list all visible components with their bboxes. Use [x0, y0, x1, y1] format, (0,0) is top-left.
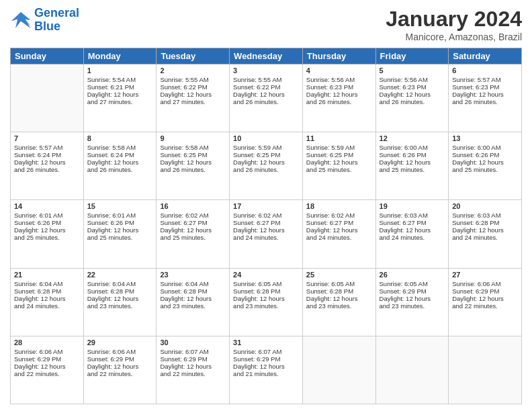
day-info-line: and 25 minutes.: [160, 234, 226, 241]
day-number: 4: [306, 66, 372, 75]
calendar-cell: 19Sunrise: 6:03 AMSunset: 6:27 PMDayligh…: [375, 200, 449, 268]
day-number: 30: [160, 338, 226, 347]
day-info-line: Sunset: 6:22 PM: [233, 83, 299, 91]
day-info-line: Sunrise: 6:01 AM: [14, 212, 80, 219]
calendar-cell: 27Sunrise: 6:06 AMSunset: 6:29 PMDayligh…: [449, 268, 522, 336]
day-header-tuesday: Tuesday: [157, 48, 230, 64]
calendar-cell: 29Sunrise: 6:06 AMSunset: 6:29 PMDayligh…: [83, 336, 157, 404]
week-row-1: 1Sunrise: 5:54 AMSunset: 6:21 PMDaylight…: [11, 64, 522, 132]
day-info-line: Daylight: 12 hours: [14, 158, 80, 166]
day-number: 22: [87, 271, 153, 279]
calendar-cell: 10Sunrise: 5:59 AMSunset: 6:25 PMDayligh…: [230, 132, 303, 200]
week-row-2: 7Sunrise: 5:57 AMSunset: 6:24 PMDaylight…: [11, 132, 522, 200]
day-info-line: and 23 minutes.: [160, 302, 226, 310]
calendar-cell: 22Sunrise: 6:04 AMSunset: 6:28 PMDayligh…: [83, 268, 157, 336]
day-info-line: Sunrise: 5:54 AM: [87, 76, 153, 83]
day-number: 31: [233, 338, 299, 347]
day-info-line: Sunrise: 6:04 AM: [160, 280, 226, 287]
day-info-line: Sunset: 6:28 PM: [233, 287, 299, 295]
day-info-line: Daylight: 12 hours: [160, 91, 226, 98]
calendar-cell: 12Sunrise: 6:00 AMSunset: 6:26 PMDayligh…: [375, 132, 449, 200]
day-info-line: and 25 minutes.: [452, 166, 518, 173]
day-info-line: and 26 minutes.: [87, 166, 153, 173]
day-number: 1: [87, 66, 153, 75]
day-info-line: and 25 minutes.: [87, 234, 153, 241]
day-info-line: Daylight: 12 hours: [306, 158, 372, 166]
day-header-wednesday: Wednesday: [230, 48, 303, 64]
day-info-line: and 24 minutes.: [306, 234, 372, 241]
calendar-cell: [375, 336, 449, 404]
calendar-cell: [11, 64, 84, 132]
day-info-line: Daylight: 12 hours: [160, 226, 226, 234]
day-info-line: Sunset: 6:28 PM: [452, 219, 518, 226]
day-info-line: and 25 minutes.: [380, 166, 445, 173]
calendar-cell: 21Sunrise: 6:04 AMSunset: 6:28 PMDayligh…: [11, 268, 84, 336]
location: Manicore, Amazonas, Brazil: [386, 32, 522, 42]
week-row-5: 28Sunrise: 6:06 AMSunset: 6:29 PMDayligh…: [11, 336, 522, 404]
day-info-line: Sunset: 6:29 PM: [87, 355, 153, 363]
day-info-line: Sunset: 6:24 PM: [14, 151, 80, 158]
day-info-line: Sunset: 6:29 PM: [160, 355, 226, 363]
day-info-line: and 23 minutes.: [87, 302, 153, 310]
day-info-line: Sunrise: 6:05 AM: [380, 280, 445, 287]
day-info-line: Sunset: 6:26 PM: [14, 219, 80, 226]
calendar-cell: 17Sunrise: 6:02 AMSunset: 6:27 PMDayligh…: [230, 200, 303, 268]
day-info-line: Sunset: 6:23 PM: [380, 83, 445, 91]
day-info-line: and 26 minutes.: [14, 166, 80, 173]
day-number: 5: [380, 66, 445, 75]
day-number: 16: [160, 202, 226, 210]
day-number: 11: [306, 134, 372, 142]
day-info-line: Sunrise: 6:01 AM: [87, 212, 153, 219]
week-row-3: 14Sunrise: 6:01 AMSunset: 6:26 PMDayligh…: [11, 200, 522, 268]
day-info-line: Daylight: 12 hours: [160, 158, 226, 166]
day-number: 15: [87, 202, 153, 210]
day-info-line: Sunset: 6:26 PM: [380, 151, 445, 158]
day-header-monday: Monday: [83, 48, 157, 64]
day-info-line: and 22 minutes.: [160, 370, 226, 377]
calendar-body: 1Sunrise: 5:54 AMSunset: 6:21 PMDaylight…: [11, 64, 522, 404]
day-info-line: Sunset: 6:28 PM: [160, 287, 226, 295]
day-info-line: and 23 minutes.: [233, 302, 299, 310]
day-info-line: Daylight: 12 hours: [380, 295, 445, 302]
day-info-line: and 26 minutes.: [452, 98, 518, 105]
day-info-line: Sunset: 6:23 PM: [452, 83, 518, 91]
day-info-line: Daylight: 12 hours: [87, 226, 153, 234]
day-info-line: Daylight: 12 hours: [233, 158, 299, 166]
day-info-line: Daylight: 12 hours: [452, 226, 518, 234]
day-number: 6: [452, 66, 518, 75]
day-info-line: Sunset: 6:25 PM: [233, 151, 299, 158]
calendar-cell: 16Sunrise: 6:02 AMSunset: 6:27 PMDayligh…: [157, 200, 230, 268]
day-info-line: and 26 minutes.: [306, 98, 372, 105]
day-info-line: Daylight: 12 hours: [380, 158, 445, 166]
day-info-line: and 26 minutes.: [233, 98, 299, 105]
day-info-line: and 24 minutes.: [14, 302, 80, 310]
day-info-line: Sunrise: 6:04 AM: [14, 280, 80, 287]
day-info-line: Sunrise: 6:04 AM: [87, 280, 153, 287]
day-number: 25: [306, 271, 372, 279]
page: General Blue January 2024 Manicore, Amaz…: [0, 0, 532, 411]
day-info-line: Sunrise: 6:03 AM: [452, 212, 518, 219]
day-info-line: Sunrise: 5:57 AM: [452, 76, 518, 83]
logo-text: General Blue: [34, 7, 79, 34]
day-info-line: Daylight: 12 hours: [160, 363, 226, 370]
day-info-line: Sunset: 6:26 PM: [87, 219, 153, 226]
day-info-line: Daylight: 12 hours: [14, 226, 80, 234]
calendar-cell: 25Sunrise: 6:05 AMSunset: 6:28 PMDayligh…: [302, 268, 375, 336]
day-info-line: Sunset: 6:27 PM: [380, 219, 445, 226]
day-info-line: and 23 minutes.: [306, 302, 372, 310]
calendar-cell: 6Sunrise: 5:57 AMSunset: 6:23 PMDaylight…: [449, 64, 522, 132]
day-info-line: Sunrise: 6:00 AM: [380, 144, 445, 151]
day-info-line: Daylight: 12 hours: [306, 91, 372, 98]
day-number: 29: [87, 338, 153, 347]
day-info-line: Sunset: 6:27 PM: [233, 219, 299, 226]
day-info-line: Sunset: 6:28 PM: [14, 287, 80, 295]
day-info-line: and 21 minutes.: [233, 370, 299, 377]
day-number: 13: [452, 134, 518, 142]
day-info-line: Sunrise: 6:02 AM: [160, 212, 226, 219]
day-info-line: Sunrise: 6:07 AM: [160, 348, 226, 355]
day-info-line: Daylight: 12 hours: [87, 363, 153, 370]
calendar-cell: 24Sunrise: 6:05 AMSunset: 6:28 PMDayligh…: [230, 268, 303, 336]
day-header-friday: Friday: [375, 48, 449, 64]
day-info-line: Sunset: 6:29 PM: [233, 355, 299, 363]
day-number: 18: [306, 202, 372, 210]
